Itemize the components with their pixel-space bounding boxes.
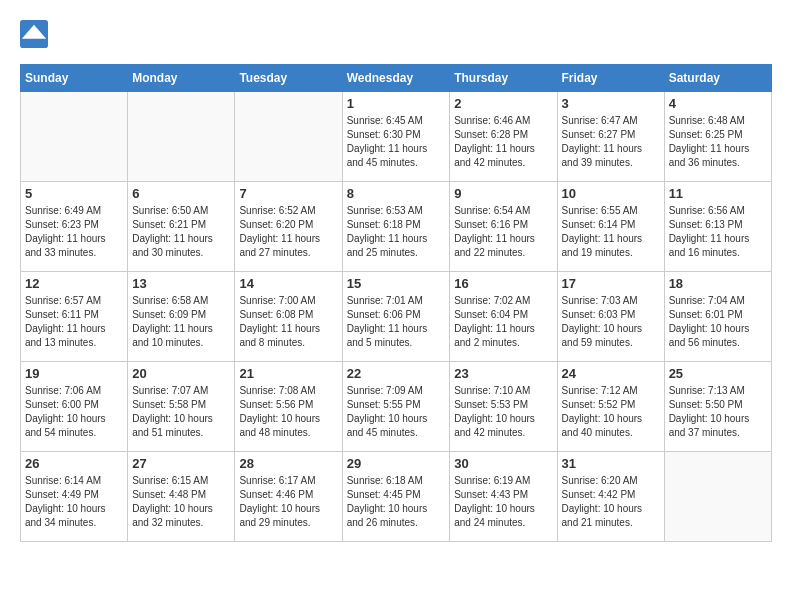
day-number: 23 [454, 366, 552, 381]
day-info: Sunrise: 6:19 AM Sunset: 4:43 PM Dayligh… [454, 474, 552, 530]
day-number: 27 [132, 456, 230, 471]
day-info: Sunrise: 6:49 AM Sunset: 6:23 PM Dayligh… [25, 204, 123, 260]
calendar-cell: 8Sunrise: 6:53 AM Sunset: 6:18 PM Daylig… [342, 182, 450, 272]
day-number: 20 [132, 366, 230, 381]
calendar-week-row: 1Sunrise: 6:45 AM Sunset: 6:30 PM Daylig… [21, 92, 772, 182]
weekday-header-saturday: Saturday [664, 65, 771, 92]
calendar-cell: 26Sunrise: 6:14 AM Sunset: 4:49 PM Dayli… [21, 452, 128, 542]
calendar-cell: 22Sunrise: 7:09 AM Sunset: 5:55 PM Dayli… [342, 362, 450, 452]
calendar-cell: 31Sunrise: 6:20 AM Sunset: 4:42 PM Dayli… [557, 452, 664, 542]
day-info: Sunrise: 7:02 AM Sunset: 6:04 PM Dayligh… [454, 294, 552, 350]
day-info: Sunrise: 7:04 AM Sunset: 6:01 PM Dayligh… [669, 294, 767, 350]
calendar-cell: 19Sunrise: 7:06 AM Sunset: 6:00 PM Dayli… [21, 362, 128, 452]
day-number: 26 [25, 456, 123, 471]
day-number: 6 [132, 186, 230, 201]
day-info: Sunrise: 7:10 AM Sunset: 5:53 PM Dayligh… [454, 384, 552, 440]
day-number: 11 [669, 186, 767, 201]
logo-icon [20, 20, 48, 48]
day-info: Sunrise: 7:06 AM Sunset: 6:00 PM Dayligh… [25, 384, 123, 440]
day-info: Sunrise: 7:07 AM Sunset: 5:58 PM Dayligh… [132, 384, 230, 440]
calendar-cell: 4Sunrise: 6:48 AM Sunset: 6:25 PM Daylig… [664, 92, 771, 182]
day-info: Sunrise: 7:08 AM Sunset: 5:56 PM Dayligh… [239, 384, 337, 440]
day-info: Sunrise: 6:17 AM Sunset: 4:46 PM Dayligh… [239, 474, 337, 530]
calendar-cell: 10Sunrise: 6:55 AM Sunset: 6:14 PM Dayli… [557, 182, 664, 272]
weekday-header-sunday: Sunday [21, 65, 128, 92]
day-number: 12 [25, 276, 123, 291]
calendar-cell: 11Sunrise: 6:56 AM Sunset: 6:13 PM Dayli… [664, 182, 771, 272]
day-number: 16 [454, 276, 552, 291]
day-number: 14 [239, 276, 337, 291]
calendar-cell: 14Sunrise: 7:00 AM Sunset: 6:08 PM Dayli… [235, 272, 342, 362]
day-number: 3 [562, 96, 660, 111]
calendar-cell [664, 452, 771, 542]
calendar-cell: 6Sunrise: 6:50 AM Sunset: 6:21 PM Daylig… [128, 182, 235, 272]
day-info: Sunrise: 7:01 AM Sunset: 6:06 PM Dayligh… [347, 294, 446, 350]
day-info: Sunrise: 6:53 AM Sunset: 6:18 PM Dayligh… [347, 204, 446, 260]
weekday-header-thursday: Thursday [450, 65, 557, 92]
day-number: 29 [347, 456, 446, 471]
day-info: Sunrise: 6:20 AM Sunset: 4:42 PM Dayligh… [562, 474, 660, 530]
calendar-cell [235, 92, 342, 182]
calendar-week-row: 5Sunrise: 6:49 AM Sunset: 6:23 PM Daylig… [21, 182, 772, 272]
calendar-cell: 3Sunrise: 6:47 AM Sunset: 6:27 PM Daylig… [557, 92, 664, 182]
day-number: 28 [239, 456, 337, 471]
day-number: 17 [562, 276, 660, 291]
day-number: 24 [562, 366, 660, 381]
calendar-cell: 13Sunrise: 6:58 AM Sunset: 6:09 PM Dayli… [128, 272, 235, 362]
day-info: Sunrise: 7:13 AM Sunset: 5:50 PM Dayligh… [669, 384, 767, 440]
calendar-cell: 24Sunrise: 7:12 AM Sunset: 5:52 PM Dayli… [557, 362, 664, 452]
day-info: Sunrise: 6:56 AM Sunset: 6:13 PM Dayligh… [669, 204, 767, 260]
day-number: 19 [25, 366, 123, 381]
day-info: Sunrise: 7:09 AM Sunset: 5:55 PM Dayligh… [347, 384, 446, 440]
day-info: Sunrise: 7:03 AM Sunset: 6:03 PM Dayligh… [562, 294, 660, 350]
calendar-cell: 15Sunrise: 7:01 AM Sunset: 6:06 PM Dayli… [342, 272, 450, 362]
calendar-cell: 12Sunrise: 6:57 AM Sunset: 6:11 PM Dayli… [21, 272, 128, 362]
day-info: Sunrise: 7:00 AM Sunset: 6:08 PM Dayligh… [239, 294, 337, 350]
day-number: 21 [239, 366, 337, 381]
calendar-cell: 18Sunrise: 7:04 AM Sunset: 6:01 PM Dayli… [664, 272, 771, 362]
day-info: Sunrise: 6:58 AM Sunset: 6:09 PM Dayligh… [132, 294, 230, 350]
calendar-cell: 20Sunrise: 7:07 AM Sunset: 5:58 PM Dayli… [128, 362, 235, 452]
calendar-cell: 2Sunrise: 6:46 AM Sunset: 6:28 PM Daylig… [450, 92, 557, 182]
calendar-cell: 28Sunrise: 6:17 AM Sunset: 4:46 PM Dayli… [235, 452, 342, 542]
calendar-cell: 23Sunrise: 7:10 AM Sunset: 5:53 PM Dayli… [450, 362, 557, 452]
weekday-header-monday: Monday [128, 65, 235, 92]
calendar-cell: 7Sunrise: 6:52 AM Sunset: 6:20 PM Daylig… [235, 182, 342, 272]
day-info: Sunrise: 6:48 AM Sunset: 6:25 PM Dayligh… [669, 114, 767, 170]
day-info: Sunrise: 6:57 AM Sunset: 6:11 PM Dayligh… [25, 294, 123, 350]
logo [20, 20, 52, 48]
calendar-cell: 17Sunrise: 7:03 AM Sunset: 6:03 PM Dayli… [557, 272, 664, 362]
calendar-cell: 21Sunrise: 7:08 AM Sunset: 5:56 PM Dayli… [235, 362, 342, 452]
day-info: Sunrise: 6:55 AM Sunset: 6:14 PM Dayligh… [562, 204, 660, 260]
day-info: Sunrise: 6:15 AM Sunset: 4:48 PM Dayligh… [132, 474, 230, 530]
day-info: Sunrise: 6:50 AM Sunset: 6:21 PM Dayligh… [132, 204, 230, 260]
day-number: 5 [25, 186, 123, 201]
calendar-cell: 29Sunrise: 6:18 AM Sunset: 4:45 PM Dayli… [342, 452, 450, 542]
calendar-table: SundayMondayTuesdayWednesdayThursdayFrid… [20, 64, 772, 542]
calendar-cell: 30Sunrise: 6:19 AM Sunset: 4:43 PM Dayli… [450, 452, 557, 542]
day-number: 2 [454, 96, 552, 111]
day-number: 8 [347, 186, 446, 201]
calendar-cell: 25Sunrise: 7:13 AM Sunset: 5:50 PM Dayli… [664, 362, 771, 452]
day-number: 13 [132, 276, 230, 291]
day-info: Sunrise: 6:46 AM Sunset: 6:28 PM Dayligh… [454, 114, 552, 170]
calendar-cell: 9Sunrise: 6:54 AM Sunset: 6:16 PM Daylig… [450, 182, 557, 272]
page-header [20, 20, 772, 48]
weekday-header-tuesday: Tuesday [235, 65, 342, 92]
day-number: 30 [454, 456, 552, 471]
day-info: Sunrise: 7:12 AM Sunset: 5:52 PM Dayligh… [562, 384, 660, 440]
day-number: 15 [347, 276, 446, 291]
calendar-cell: 1Sunrise: 6:45 AM Sunset: 6:30 PM Daylig… [342, 92, 450, 182]
day-number: 31 [562, 456, 660, 471]
day-number: 10 [562, 186, 660, 201]
weekday-header-row: SundayMondayTuesdayWednesdayThursdayFrid… [21, 65, 772, 92]
day-number: 9 [454, 186, 552, 201]
calendar-week-row: 19Sunrise: 7:06 AM Sunset: 6:00 PM Dayli… [21, 362, 772, 452]
day-number: 25 [669, 366, 767, 381]
weekday-header-friday: Friday [557, 65, 664, 92]
calendar-cell: 27Sunrise: 6:15 AM Sunset: 4:48 PM Dayli… [128, 452, 235, 542]
calendar-cell [21, 92, 128, 182]
day-number: 7 [239, 186, 337, 201]
day-info: Sunrise: 6:18 AM Sunset: 4:45 PM Dayligh… [347, 474, 446, 530]
day-number: 1 [347, 96, 446, 111]
